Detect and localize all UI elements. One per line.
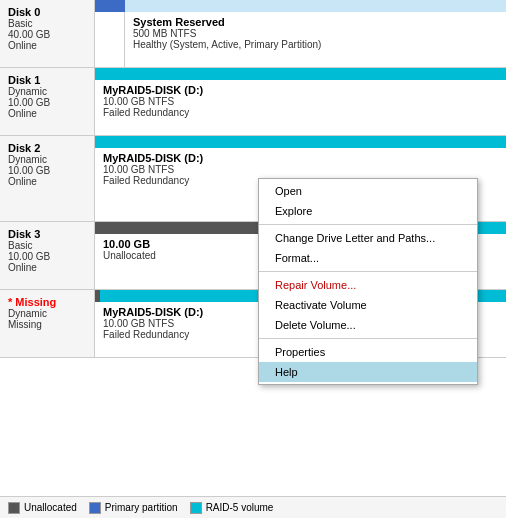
disk1-partition[interactable]: MyRAID5-DISK (D:) 10.00 GB NTFS Failed R… <box>95 80 506 135</box>
disk0-partition-area: System Reserved 500 MB NTFS Healthy (Sys… <box>95 12 506 67</box>
legend-unallocated-label: Unallocated <box>24 502 77 513</box>
legend-raid-label: RAID-5 volume <box>206 502 274 513</box>
disk3-type: Basic <box>8 240 86 251</box>
disk0-blue-segment <box>95 0 125 12</box>
disk1-bar <box>95 68 506 80</box>
disk-missing-status: Missing <box>8 319 86 330</box>
disk-missing-name: * Missing <box>8 296 86 308</box>
disk2-name: Disk 2 <box>8 142 86 154</box>
legend-unallocated-box <box>8 502 20 514</box>
legend: Unallocated Primary partition RAID-5 vol… <box>0 496 506 518</box>
disk0-partition-size: 500 MB NTFS <box>133 28 498 39</box>
disk3-label: Disk 3 Basic 10.00 GB Online <box>0 222 95 289</box>
disk-list: Disk 0 Basic 40.00 GB Online System Rese… <box>0 0 506 496</box>
disk0-system-reserved-block <box>95 12 125 67</box>
menu-item-reactivate[interactable]: Reactivate Volume <box>259 295 477 315</box>
disk0-type: Basic <box>8 18 86 29</box>
menu-item-delete[interactable]: Delete Volume... <box>259 315 477 335</box>
disk2-partition-size: 10.00 GB NTFS <box>103 164 498 175</box>
disk3-status: Online <box>8 262 86 273</box>
disk0-content: System Reserved 500 MB NTFS Healthy (Sys… <box>95 0 506 67</box>
disk-missing-label: * Missing Dynamic Missing <box>0 290 95 357</box>
disk0-cyan-segment <box>125 0 506 12</box>
disk0-bar <box>95 0 506 12</box>
menu-item-format[interactable]: Format... <box>259 248 477 268</box>
disk0-status: Online <box>8 40 86 51</box>
disk1-type: Dynamic <box>8 86 86 97</box>
legend-primary-label: Primary partition <box>105 502 178 513</box>
disk0-label: Disk 0 Basic 40.00 GB Online <box>0 0 95 67</box>
disk1-size: 10.00 GB <box>8 97 86 108</box>
disk2-bar <box>95 136 506 148</box>
legend-primary: Primary partition <box>89 502 178 514</box>
disk0-size: 40.00 GB <box>8 29 86 40</box>
menu-item-help[interactable]: Help <box>259 362 477 382</box>
disk2-status: Online <box>8 176 86 187</box>
disk1-partition-health: Failed Redundancy <box>103 107 498 118</box>
disk-row: Disk 0 Basic 40.00 GB Online System Rese… <box>0 0 506 68</box>
disk2-type: Dynamic <box>8 154 86 165</box>
disk-row: Disk 1 Dynamic 10.00 GB Online MyRAID5-D… <box>0 68 506 136</box>
legend-unallocated: Unallocated <box>8 502 77 514</box>
legend-raid: RAID-5 volume <box>190 502 274 514</box>
disk1-partition-size: 10.00 GB NTFS <box>103 96 498 107</box>
disk1-label: Disk 1 Dynamic 10.00 GB Online <box>0 68 95 135</box>
disk0-partition-health: Healthy (System, Active, Primary Partiti… <box>133 39 498 50</box>
menu-separator-2 <box>259 271 477 272</box>
menu-item-explore[interactable]: Explore <box>259 201 477 221</box>
menu-item-change-drive[interactable]: Change Drive Letter and Paths... <box>259 228 477 248</box>
disk-manager: Disk 0 Basic 40.00 GB Online System Rese… <box>0 0 506 518</box>
menu-item-repair[interactable]: Repair Volume... <box>259 275 477 295</box>
disk2-label: Disk 2 Dynamic 10.00 GB Online <box>0 136 95 221</box>
disk1-partition-name: MyRAID5-DISK (D:) <box>103 84 498 96</box>
legend-raid-box <box>190 502 202 514</box>
menu-item-properties[interactable]: Properties <box>259 342 477 362</box>
disk3-name: Disk 3 <box>8 228 86 240</box>
disk2-partition-name: MyRAID5-DISK (D:) <box>103 152 498 164</box>
disk3-size: 10.00 GB <box>8 251 86 262</box>
disk1-name: Disk 1 <box>8 74 86 86</box>
disk0-name: Disk 0 <box>8 6 86 18</box>
disk2-size: 10.00 GB <box>8 165 86 176</box>
menu-item-open[interactable]: Open <box>259 181 477 201</box>
menu-separator-1 <box>259 224 477 225</box>
disk1-content: MyRAID5-DISK (D:) 10.00 GB NTFS Failed R… <box>95 68 506 135</box>
disk1-status: Online <box>8 108 86 119</box>
disk-missing-type: Dynamic <box>8 308 86 319</box>
menu-separator-3 <box>259 338 477 339</box>
disk0-main-partition[interactable]: System Reserved 500 MB NTFS Healthy (Sys… <box>125 12 506 67</box>
disk0-partition-name: System Reserved <box>133 16 498 28</box>
context-menu: Open Explore Change Drive Letter and Pat… <box>258 178 478 385</box>
legend-primary-box <box>89 502 101 514</box>
